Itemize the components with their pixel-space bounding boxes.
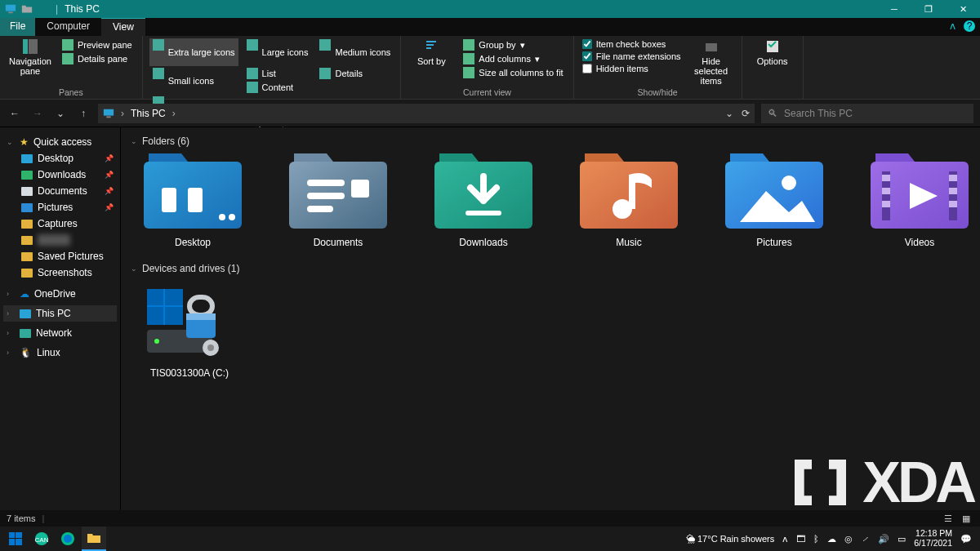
breadcrumb-item[interactable]: This PC xyxy=(131,108,166,119)
taskbar-edge[interactable] xyxy=(56,527,80,551)
tray-location-icon[interactable]: ◎ xyxy=(844,534,853,544)
svg-rect-28 xyxy=(882,175,890,181)
folder-pictures[interactable]: Pictures xyxy=(724,153,825,248)
sidebar-onedrive[interactable]: ›☁OneDrive xyxy=(3,286,117,302)
status-item-count: 7 items xyxy=(7,513,35,523)
sidebar-this-pc[interactable]: ›This PC xyxy=(3,305,117,322)
content-area: ⌄Folders (6) Desktop Documents Downloads xyxy=(121,127,980,510)
up-button[interactable]: ↑ xyxy=(75,105,91,122)
svg-rect-41 xyxy=(189,297,212,315)
title-bar: | This PC ─ ❐ ✕ xyxy=(0,0,980,18)
search-input[interactable]: 🔍︎ Search This PC xyxy=(761,104,973,123)
notifications-button[interactable]: 💬 xyxy=(960,534,972,544)
back-button[interactable]: ← xyxy=(7,105,23,122)
view-large-button[interactable]: ▦ xyxy=(959,513,973,524)
file-menu[interactable]: File xyxy=(0,18,35,36)
folder-desktop[interactable]: Desktop xyxy=(142,153,243,248)
svg-rect-33 xyxy=(949,201,957,207)
layout-details[interactable]: Details xyxy=(316,67,394,80)
group-by-button[interactable]: Group by ▾ xyxy=(460,38,566,51)
layout-content[interactable]: Content xyxy=(243,81,312,94)
tray-battery-icon[interactable]: ▭ xyxy=(898,534,906,544)
taskbar-explorer[interactable] xyxy=(82,527,106,551)
tab-computer[interactable]: Computer xyxy=(35,18,101,36)
sidebar-item[interactable]: Downloads📌 xyxy=(3,167,117,183)
sidebar-item[interactable]: Desktop📌 xyxy=(3,150,117,167)
recent-dropdown-button[interactable]: ⌄ xyxy=(52,105,69,122)
folder-documents[interactable]: Documents xyxy=(287,153,389,248)
svg-rect-14 xyxy=(307,180,345,186)
tray-volume-icon[interactable]: 🔊 xyxy=(878,534,889,544)
nav-bar: ← → ⌄ ↑ › This PC › ⌄ ⟳ 🔍︎ Search This P… xyxy=(0,100,980,127)
forward-button[interactable]: → xyxy=(29,105,46,122)
svg-rect-6 xyxy=(104,109,114,115)
layout-medium-icons[interactable]: Medium icons xyxy=(316,38,394,66)
sidebar-item[interactable]: Screenshots xyxy=(3,264,117,281)
navigation-pane-button[interactable]: Navigation pane xyxy=(7,38,54,86)
status-bar: 7 items | ☰ ▦ xyxy=(0,510,980,527)
start-button[interactable] xyxy=(3,527,28,551)
weather-widget[interactable]: 🌦 17°C Rain showers xyxy=(686,534,774,544)
add-columns-button[interactable]: Add columns ▾ xyxy=(460,52,566,65)
section-folders[interactable]: ⌄Folders (6) xyxy=(131,136,970,147)
folder-music[interactable]: Music xyxy=(578,153,679,248)
minimize-button[interactable]: ─ xyxy=(877,0,911,18)
svg-rect-31 xyxy=(949,175,957,181)
clock[interactable]: 12:18 PM 6/17/2021 xyxy=(914,529,952,548)
address-bar[interactable]: › This PC › ⌄ ⟳ xyxy=(98,104,755,123)
layout-small-icons[interactable]: Small icons xyxy=(149,67,238,95)
svg-rect-48 xyxy=(9,539,15,545)
address-dropdown-icon[interactable]: ⌄ xyxy=(725,108,733,119)
sidebar-network[interactable]: ›Network xyxy=(3,325,117,341)
sidebar-item[interactable] xyxy=(3,232,117,248)
svg-rect-46 xyxy=(9,532,15,538)
sidebar-linux[interactable]: ›🐧Linux xyxy=(3,344,117,361)
sidebar-item[interactable]: Documents📌 xyxy=(3,183,117,199)
drive-label: TIS0031300A (C:) xyxy=(150,367,229,379)
help-icon[interactable]: ? xyxy=(964,20,975,32)
chk-item-checkboxes[interactable]: Item check boxes xyxy=(581,38,683,50)
close-button[interactable]: ✕ xyxy=(946,0,980,18)
sort-by-button[interactable]: Sort by xyxy=(408,38,455,86)
svg-rect-7 xyxy=(106,116,110,118)
tab-view[interactable]: View xyxy=(101,18,145,36)
ribbon-collapse-icon[interactable]: ʌ ? xyxy=(950,20,975,32)
chk-file-extensions[interactable]: File name extensions xyxy=(581,51,683,62)
svg-point-12 xyxy=(229,214,235,220)
svg-rect-30 xyxy=(882,201,890,207)
view-details-button[interactable]: ☰ xyxy=(941,513,956,524)
sidebar-item[interactable]: Captures xyxy=(3,216,117,232)
svg-rect-29 xyxy=(882,188,890,194)
svg-rect-49 xyxy=(16,539,22,545)
folder-downloads[interactable]: Downloads xyxy=(433,153,534,248)
qat-dropdown-icon[interactable] xyxy=(38,3,49,15)
hide-selected-button[interactable]: Hide selected items xyxy=(688,38,735,86)
section-drives[interactable]: ⌄Devices and drives (1) xyxy=(131,263,970,274)
svg-rect-32 xyxy=(949,188,957,194)
tray-onedrive-icon[interactable]: ☁ xyxy=(827,534,836,544)
tray-bluetooth-icon[interactable]: ᛒ xyxy=(813,534,819,544)
sidebar-quick-access[interactable]: ⌄★Quick access xyxy=(3,134,117,150)
refresh-button[interactable]: ⟳ xyxy=(742,108,750,119)
layout-list[interactable]: List xyxy=(243,67,312,80)
options-button[interactable]: Options xyxy=(749,38,796,86)
chk-hidden-items[interactable]: Hidden items xyxy=(581,63,683,74)
sidebar-item[interactable]: Pictures📌 xyxy=(3,199,117,216)
drive-c[interactable]: TIS0031300A (C:) xyxy=(131,281,237,379)
svg-rect-4 xyxy=(706,43,717,51)
taskbar-edge-canary[interactable]: CAN xyxy=(29,527,54,551)
sidebar-item[interactable]: Saved Pictures xyxy=(3,248,117,264)
svg-rect-19 xyxy=(466,211,501,216)
maximize-button[interactable]: ❐ xyxy=(911,0,946,18)
preview-pane-button[interactable]: Preview pane xyxy=(59,38,136,51)
tray-wifi-icon[interactable]: ⟋ xyxy=(861,534,870,544)
tray-icon[interactable]: 🗔 xyxy=(796,534,805,544)
size-columns-button[interactable]: Size all columns to fit xyxy=(460,66,566,79)
navigation-tree: ⌄★Quick access Desktop📌Downloads📌Documen… xyxy=(0,127,121,510)
folder-videos[interactable]: Videos xyxy=(869,153,970,248)
details-pane-button[interactable]: Details pane xyxy=(59,52,136,65)
tray-overflow-icon[interactable]: ʌ xyxy=(782,534,788,544)
search-icon: 🔍︎ xyxy=(768,108,777,119)
layout-extra-large-icons[interactable]: Extra large icons xyxy=(149,38,238,66)
layout-large-icons[interactable]: Large icons xyxy=(243,38,312,66)
